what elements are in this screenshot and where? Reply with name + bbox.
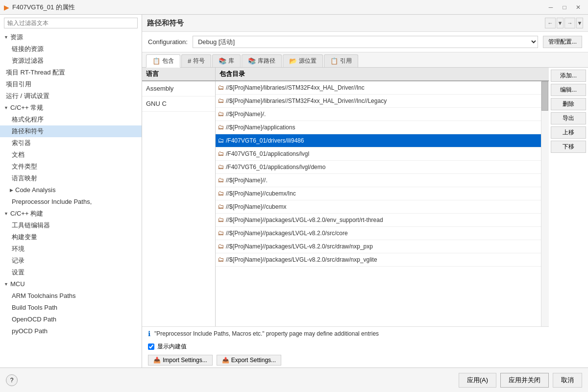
dir-row[interactable]: 🗂 //${ProjName}/. <box>216 108 541 121</box>
add-button[interactable]: 添加... <box>551 70 586 82</box>
folder-icon: 🗂 <box>218 175 224 186</box>
minimize-button[interactable]: ─ <box>545 3 557 12</box>
tree-item-resource-filter[interactable]: 资源过滤器 <box>0 55 142 67</box>
directory-scrollbar[interactable] <box>541 81 549 326</box>
dir-path: /F407VGT6_01/drivers/ili9486 <box>226 135 304 146</box>
lang-assembly[interactable]: Assembly <box>142 81 215 97</box>
tab-ref[interactable]: 📋 引用 <box>324 54 358 67</box>
tree-item-linked-resources[interactable]: 链接的资源 <box>0 43 142 55</box>
help-button[interactable]: ? <box>6 374 18 386</box>
tree-item-project-ref[interactable]: 项目引用 <box>0 78 142 90</box>
right-panel: 路径和符号 ← ▼ → ▼ Configuration: Debug [活动] … <box>142 15 588 368</box>
dir-row[interactable]: 🗂 //${ProjName}//packages/LVGL-v8.2.0/sr… <box>216 253 541 267</box>
folder-icon: 🗂 <box>218 162 224 172</box>
title-bar: ▶ F407VGT6_01 的属性 ─ □ ✕ <box>0 0 588 15</box>
dir-path: //${ProjName}/libraries//STM32F4xx_HAL_D… <box>226 82 365 93</box>
back-button[interactable]: ← <box>545 18 556 28</box>
window-title: F407VGT6_01 的属性 <box>12 3 75 12</box>
tree-container: ▼ 资源 链接的资源 资源过滤器 项目 RT-Thread 配置 项目引用 运行… <box>0 31 142 368</box>
checkbox-row: 显示内建值 <box>142 341 549 353</box>
dir-path: /F407VGT6_01/applications/lvgl/demo <box>226 162 325 172</box>
back-dropdown[interactable]: ▼ <box>557 18 564 28</box>
chevron-down-icon: ▼ <box>4 103 8 113</box>
dir-row[interactable]: 🗂 //${ProjName}/libraries//STM32F4xx_HAL… <box>216 81 541 95</box>
tree-item-run-debug[interactable]: 运行 / 调试设置 <box>0 90 142 102</box>
move-down-button[interactable]: 下移 <box>551 141 586 153</box>
tree-item-filetypes[interactable]: 文件类型 <box>0 161 142 172</box>
tree-item-log[interactable]: 记录 <box>0 255 142 267</box>
manage-config-button[interactable]: 管理配置... <box>543 36 582 48</box>
col-language: 语言 <box>142 68 216 80</box>
table-body: Assembly GNU C 🗂 //${ProjName}/libraries… <box>142 81 549 326</box>
dir-row[interactable]: 🗂 //${ProjName}//packages/LVGL-v8.2.0/sr… <box>216 240 541 253</box>
tree-item-pyocd[interactable]: pyOCD Path <box>0 325 142 337</box>
include-tab-icon: 📋 <box>152 57 160 65</box>
apply-button[interactable]: 应用(A) <box>459 373 496 388</box>
move-up-button[interactable]: 上移 <box>551 126 586 139</box>
tree-item-preprocessor[interactable]: Preprocessor Include Paths, <box>0 196 142 208</box>
tree-group-build[interactable]: ▼ C/C++ 构建 <box>0 208 142 220</box>
tree-item-docs[interactable]: 文档 <box>0 149 142 161</box>
include-table: 语言 包含目录 Assembly GNU C 🗂 //${P <box>142 68 549 368</box>
folder-icon: 🗂 <box>218 201 224 212</box>
close-button[interactable]: ✕ <box>572 3 584 12</box>
show-builtin-checkbox[interactable] <box>148 343 154 350</box>
tab-include[interactable]: 📋 包含 <box>146 54 180 68</box>
language-column: Assembly GNU C <box>142 81 216 326</box>
dir-row[interactable]: 🗂 /F407VGT6_01/applications/lvgl/demo <box>216 161 541 174</box>
tree-item-openocd[interactable]: OpenOCD Path <box>0 314 142 325</box>
config-select[interactable]: Debug [活动] Release <box>193 36 538 48</box>
tree-label: C/C++ 构建 <box>10 209 43 219</box>
tab-sourceloc[interactable]: 📂 源位置 <box>283 54 323 67</box>
tree-item-settings[interactable]: 设置 <box>0 267 142 278</box>
dir-path: //${ProjName}/libraries//STM32F4xx_HAL_D… <box>226 96 387 106</box>
forward-dropdown[interactable]: ▼ <box>576 18 583 28</box>
dir-row[interactable]: 🗂 //${ProjName}/libraries//STM32F4xx_HAL… <box>216 95 541 108</box>
cancel-button[interactable]: 取消 <box>553 373 582 388</box>
tree-item-formatter[interactable]: 格式化程序 <box>0 114 142 125</box>
tree-group-cpp[interactable]: ▼ C/C++ 常规 <box>0 102 142 114</box>
action-buttons: 添加... 编辑... 删除 导出 上移 下移 <box>549 68 588 368</box>
config-row: Configuration: Debug [活动] Release 管理配置..… <box>142 32 588 52</box>
tree-item-langmap[interactable]: 语言映射 <box>0 172 142 184</box>
folder-icon: 🗂 <box>218 82 224 93</box>
dir-row-selected[interactable]: 🗂 /F407VGT6_01/drivers/ili9486 <box>216 134 541 147</box>
dir-path: //${ProjName}//cubemx/Inc <box>226 188 296 199</box>
dir-row[interactable]: 🗂 //${ProjName}//cubemx <box>216 200 541 214</box>
tree-item-indexer[interactable]: 索引器 <box>0 137 142 149</box>
dir-row[interactable]: 🗂 /F407VGT6_01/applications/lvgl <box>216 147 541 161</box>
directory-column[interactable]: 🗂 //${ProjName}/libraries//STM32F4xx_HAL… <box>216 81 541 326</box>
filter-input[interactable] <box>4 18 138 28</box>
tab-symbol[interactable]: # 符号 <box>181 54 211 67</box>
dir-row[interactable]: 🗂 //${ProjName}//packages/LVGL-v8.2.0/en… <box>216 214 541 227</box>
folder-icon: 🗂 <box>218 122 224 133</box>
dir-row[interactable]: 🗂 //${ProjName}//. <box>216 174 541 187</box>
tree-item-build-vars[interactable]: 构建变量 <box>0 231 142 243</box>
ok-button[interactable]: 应用并关闭 <box>500 373 549 388</box>
dir-row[interactable]: 🗂 //${ProjName}//packages/LVGL-v8.2.0/sr… <box>216 227 541 240</box>
tab-lib[interactable]: 📚 库 <box>212 54 241 67</box>
export-dir-button[interactable]: 导出 <box>551 112 586 124</box>
delete-button[interactable]: 删除 <box>551 98 586 110</box>
export-button[interactable]: 📤 Export Settings... <box>217 355 281 366</box>
tree-item-env[interactable]: 环境 <box>0 243 142 255</box>
dir-row[interactable]: 🗂 //${ProjName}/applications <box>216 121 541 134</box>
tree-item-rtthread[interactable]: 项目 RT-Thread 配置 <box>0 67 142 78</box>
maximize-button[interactable]: □ <box>559 3 570 12</box>
tree-group-mcu[interactable]: ▼ MCU <box>0 278 142 290</box>
tree-item-build-tools[interactable]: Build Tools Path <box>0 302 142 314</box>
tree-group-code-analysis[interactable]: ▶ Code Analysis <box>0 184 142 196</box>
tree-item-arm-toolchains[interactable]: ARM Toolchains Paths <box>0 290 142 302</box>
import-button[interactable]: 📥 Import Settings... <box>148 355 213 366</box>
tree-item-paths-symbols[interactable]: 路径和符号 <box>0 125 142 137</box>
forward-button[interactable]: → <box>564 18 575 28</box>
tree-group-resources[interactable]: ▼ 资源 <box>0 31 142 43</box>
tabs-bar: 📋 包含 # 符号 📚 库 📚 库路径 📂 源位置 📋 引用 <box>142 52 588 68</box>
tab-libpath[interactable]: 📚 库路径 <box>242 54 282 67</box>
lang-gnuc[interactable]: GNU C <box>142 97 215 112</box>
dir-row[interactable]: 🗂 //${ProjName}//cubemx/Inc <box>216 187 541 200</box>
scrollbar-thumb[interactable] <box>541 81 548 111</box>
edit-button[interactable]: 编辑... <box>551 84 586 96</box>
libpath-tab-icon: 📚 <box>248 57 256 65</box>
tree-item-toolchain-editor[interactable]: 工具链编辑器 <box>0 220 142 231</box>
